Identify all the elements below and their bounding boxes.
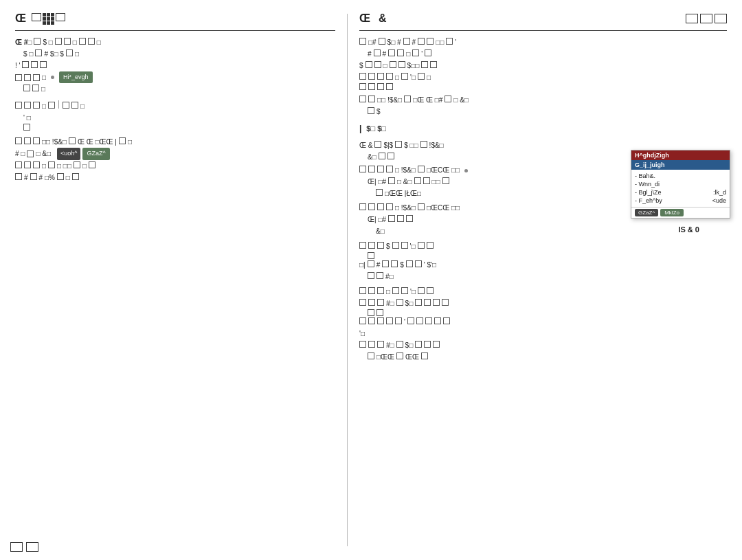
f32 [415, 341, 422, 348]
b4 [48, 102, 55, 109]
tooltip-header-blue: G_ij_juigh [631, 160, 730, 170]
sym: $□□ [407, 60, 420, 71]
sym: $ [359, 60, 363, 71]
box4 [79, 38, 86, 45]
sym: □ [383, 60, 387, 71]
sym: $ □□ [404, 139, 418, 151]
sym: $□ $ [50, 48, 64, 60]
sym: □ [42, 100, 46, 112]
r7 [374, 49, 381, 56]
r24 [359, 83, 366, 90]
f20 [377, 317, 384, 324]
r5 [427, 38, 434, 45]
box12 [24, 74, 31, 81]
r21 [386, 73, 393, 80]
b3 [33, 102, 40, 109]
sym: # □% [39, 172, 55, 183]
box3 [64, 38, 71, 45]
sym: □ [82, 160, 87, 172]
f22 [395, 317, 402, 324]
e15 [376, 272, 383, 279]
left-s3-row4: # # □% □ [15, 172, 335, 183]
d15 [376, 189, 383, 196]
f16 [368, 309, 374, 316]
d21 [388, 215, 395, 222]
sym: ' □ [23, 112, 31, 124]
tip-label-1: - Bah&. [635, 172, 655, 179]
r4 [418, 38, 425, 45]
sym: □Œ Œ □# [413, 94, 442, 106]
footer-box2 [26, 542, 38, 552]
d22 [397, 215, 404, 222]
rs1-row3: $ □ $□□ [359, 60, 727, 71]
rs6-row1: □ '□ [359, 286, 727, 298]
rs6-row5: '□ [359, 328, 727, 339]
c13 [15, 173, 22, 180]
d7 [368, 166, 375, 172]
f36 [396, 352, 403, 359]
c2 [24, 137, 31, 144]
rs5-row2 [368, 252, 727, 259]
tooltip-item-1: - Bah&. [635, 172, 726, 180]
rs6-row3 [368, 309, 727, 316]
sym: Œ & [359, 139, 372, 151]
box6 [35, 49, 42, 56]
sym: □ŒŒ |ŁŒ□ [385, 188, 421, 199]
r14 [390, 61, 396, 68]
right-header-icon: Œ [359, 12, 370, 25]
sym: □ŒŒ [376, 351, 394, 363]
sym: ' [455, 36, 456, 48]
sym: $ □ [23, 48, 33, 60]
sym: Œ Œ □ŒŒ | [78, 136, 117, 148]
sym: Œ| □# [368, 214, 386, 225]
box14 [23, 85, 30, 91]
sym: &□ [368, 151, 376, 163]
left-header: Œ [15, 12, 335, 31]
e9 [368, 260, 374, 267]
sym: $□ [405, 339, 414, 351]
e13 [415, 260, 422, 267]
f27 [443, 317, 450, 324]
e5 [401, 242, 408, 249]
sym: $ [376, 106, 381, 117]
r19 [368, 73, 375, 80]
c14 [30, 173, 37, 180]
right-header-amp: & [379, 12, 387, 25]
is-zero-row: | $□ $□ IS & 0 [359, 122, 727, 135]
sym: #□ [386, 339, 394, 351]
rs2-row1: □□ !$&□ □Œ Œ □# □ &□ [359, 94, 727, 106]
f26 [434, 317, 441, 324]
sym: □ŒCŒ □□ [427, 202, 460, 214]
b1 [15, 102, 22, 109]
f35 [368, 352, 374, 359]
left-s2-row1: □ □ [15, 100, 335, 112]
f19 [368, 317, 375, 324]
box10 [40, 61, 47, 68]
right-column: Œ & □# $□ # # □□ ' [351, 7, 735, 553]
sym: □□ !$&□ [42, 136, 67, 148]
c9 [33, 161, 40, 168]
f29 [368, 341, 375, 348]
rs5-row1: $ '□ [359, 240, 727, 252]
tag-hi-evgh: Hi*_evgh [59, 71, 93, 83]
d3 [420, 141, 427, 148]
f3 [377, 287, 384, 294]
f11 [396, 299, 403, 306]
box7 [66, 49, 73, 56]
left-s1-row1: Œ #□ $ □ □ □ [15, 36, 335, 48]
small-dot-r [464, 169, 468, 172]
sym: □ [75, 48, 79, 60]
small-dot-1 [51, 76, 54, 79]
right-section-4: Œ & $|$ $ □□ !$&□ &□ H^ghdjZigh G_ij_jui… [359, 139, 727, 237]
tooltip-header-red: H^ghdjZigh [631, 150, 730, 160]
left-s1-row2: $ □ # $□ $ □ [23, 48, 335, 60]
f30 [377, 341, 384, 348]
box2 [55, 38, 62, 45]
sym: □ !$&□ [395, 164, 416, 176]
tip-label-4: - F_eh^by [635, 197, 662, 204]
e14 [368, 272, 374, 279]
left-s1-row4: □ Hi*_evgh [15, 71, 335, 83]
left-section-2: □ □ ' □ [15, 100, 335, 131]
sym: □ [97, 36, 101, 48]
r22 [401, 73, 408, 80]
